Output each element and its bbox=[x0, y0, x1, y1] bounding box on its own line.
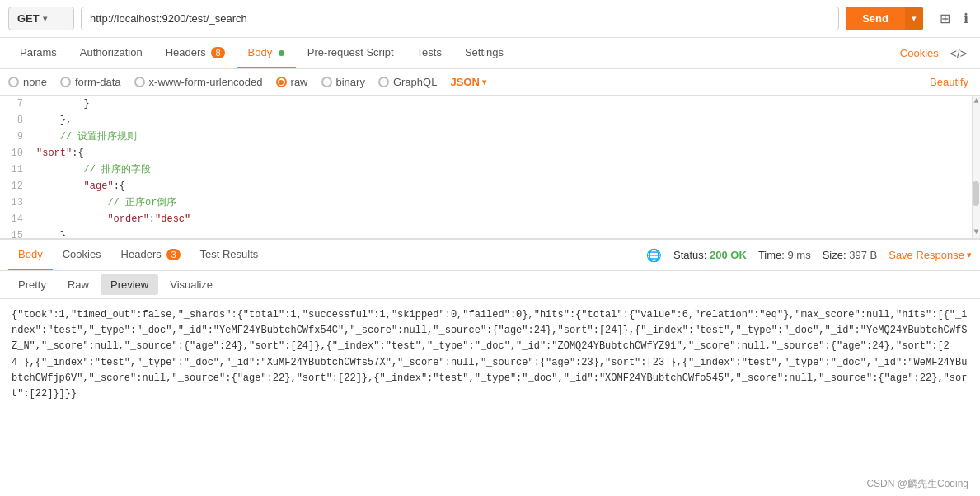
right-icons: ⊞ ℹ bbox=[930, 7, 972, 30]
code-line-7: 7 } bbox=[0, 96, 980, 112]
response-status: 🌐 Status: 200 OK Time: 9 ms Size: 397 B … bbox=[646, 248, 972, 263]
subtab-preview[interactable]: Preview bbox=[101, 274, 158, 295]
tab-tests[interactable]: Tests bbox=[406, 38, 453, 68]
headers-resp-badge: 3 bbox=[166, 249, 180, 260]
resp-tab-cookies[interactable]: Cookies bbox=[53, 240, 111, 270]
send-dropdown-button[interactable]: ▾ bbox=[905, 7, 923, 30]
watermark: CSDN @麟先生Coding bbox=[866, 477, 968, 491]
code-icon[interactable]: </> bbox=[945, 39, 972, 68]
send-button-group: Send ▾ bbox=[846, 7, 923, 30]
radio-form-data[interactable]: form-data bbox=[60, 76, 121, 88]
body-type-bar: none form-data x-www-form-urlencoded raw… bbox=[0, 69, 980, 96]
scrollbar-up: ▲ bbox=[973, 96, 980, 107]
save-response-button[interactable]: Save Response ▾ bbox=[889, 249, 972, 261]
radio-urlencoded-circle bbox=[134, 77, 145, 87]
json-dropdown[interactable]: JSON ▾ bbox=[450, 76, 485, 88]
preview-subtabs: Pretty Raw Preview Visualize bbox=[0, 271, 980, 299]
code-line-12: 12 "age":{ bbox=[0, 178, 980, 194]
subtab-raw[interactable]: Raw bbox=[58, 274, 99, 295]
url-input[interactable] bbox=[81, 7, 839, 30]
body-dot bbox=[279, 50, 284, 56]
response-tab-bar: Body Cookies Headers 3 Test Results 🌐 St… bbox=[0, 240, 980, 271]
method-chevron-icon: ▾ bbox=[43, 14, 47, 23]
code-editor[interactable]: 7 } 8 }, 9 // 设置排序规则 10 "sort":{ 11 // 排… bbox=[0, 96, 980, 240]
scrollbar-thumb[interactable] bbox=[973, 181, 979, 206]
subtab-visualize[interactable]: Visualize bbox=[160, 274, 223, 295]
resp-tab-headers[interactable]: Headers 3 bbox=[111, 240, 190, 270]
code-line-10: 10 "sort":{ bbox=[0, 145, 980, 161]
radio-graphql-circle bbox=[378, 77, 389, 87]
code-line-15: 15 } bbox=[0, 227, 980, 240]
response-time: 9 ms bbox=[788, 249, 811, 261]
layout-icon[interactable]: ⊞ bbox=[936, 7, 954, 30]
tab-authorization[interactable]: Authorization bbox=[68, 38, 154, 68]
subtab-pretty[interactable]: Pretty bbox=[8, 274, 56, 295]
tab-params[interactable]: Params bbox=[8, 38, 68, 68]
globe-icon: 🌐 bbox=[646, 248, 662, 263]
radio-raw-circle bbox=[276, 77, 287, 87]
headers-badge: 8 bbox=[211, 47, 224, 58]
tab-settings[interactable]: Settings bbox=[453, 38, 515, 68]
radio-urlencoded[interactable]: x-www-form-urlencoded bbox=[134, 76, 263, 88]
resp-tab-test-results[interactable]: Test Results bbox=[190, 240, 269, 270]
radio-graphql[interactable]: GraphQL bbox=[378, 76, 437, 88]
editor-scrollbar[interactable]: ▲ ▼ bbox=[972, 96, 980, 238]
response-size: 397 B bbox=[849, 249, 877, 261]
radio-none-circle bbox=[8, 77, 19, 87]
status-code: 200 OK bbox=[710, 249, 747, 261]
radio-none[interactable]: none bbox=[8, 76, 47, 88]
resp-tab-body[interactable]: Body bbox=[8, 240, 53, 270]
cookies-link[interactable]: Cookies bbox=[893, 39, 945, 68]
method-selector[interactable]: GET ▾ bbox=[8, 7, 74, 30]
info-icon[interactable]: ℹ bbox=[960, 7, 972, 30]
request-tab-bar: Params Authorization Headers 8 Body Pre-… bbox=[0, 38, 980, 69]
tab-prerequest[interactable]: Pre-request Script bbox=[296, 38, 406, 68]
response-body: {"took":1,"timed_out":false,"_shards":{"… bbox=[0, 299, 980, 464]
json-chevron-icon: ▾ bbox=[482, 77, 486, 87]
code-line-8: 8 }, bbox=[0, 112, 980, 129]
scrollbar-down: ▼ bbox=[973, 227, 980, 238]
save-response-chevron-icon: ▾ bbox=[967, 250, 972, 260]
code-line-14: 14 "order":"desc" bbox=[0, 211, 980, 227]
radio-binary[interactable]: binary bbox=[321, 76, 365, 88]
beautify-button[interactable]: Beautify bbox=[926, 76, 972, 88]
tab-body[interactable]: Body bbox=[237, 38, 296, 68]
url-bar: GET ▾ Send ▾ ⊞ ℹ bbox=[0, 0, 980, 38]
radio-form-data-circle bbox=[60, 77, 71, 87]
radio-binary-circle bbox=[321, 77, 332, 87]
send-button[interactable]: Send bbox=[846, 7, 905, 30]
code-line-13: 13 // 正序or倒序 bbox=[0, 194, 980, 211]
code-line-9: 9 // 设置排序规则 bbox=[0, 129, 980, 145]
tab-headers[interactable]: Headers 8 bbox=[154, 38, 237, 68]
radio-raw[interactable]: raw bbox=[276, 76, 308, 88]
method-label: GET bbox=[17, 12, 40, 25]
code-line-11: 11 // 排序的字段 bbox=[0, 161, 980, 178]
